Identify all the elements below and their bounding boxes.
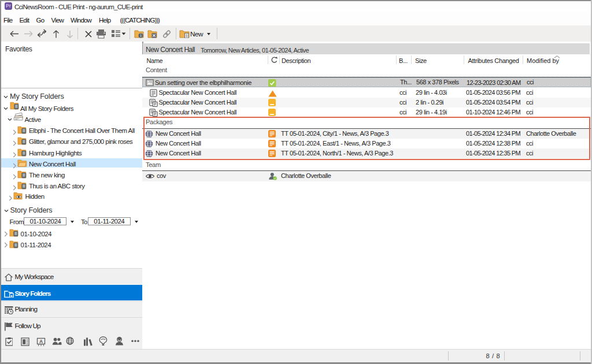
svg-text:i: i [140, 33, 141, 38]
svg-text:A: A [39, 338, 43, 344]
